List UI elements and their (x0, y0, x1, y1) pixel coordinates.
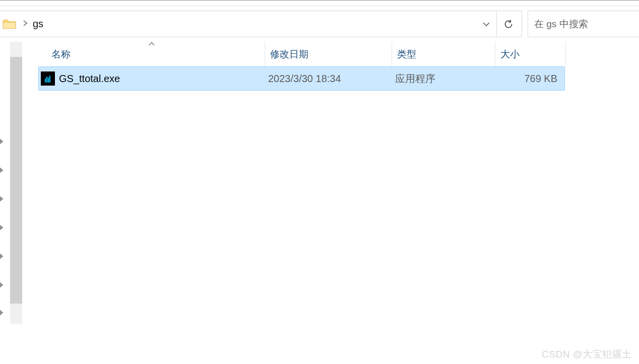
chevron-right-icon[interactable] (0, 137, 5, 148)
search-placeholder: 在 gs 中搜索 (534, 18, 588, 31)
main-area: 名称 修改日期 类型 大小 (0, 42, 639, 354)
svg-rect-0 (45, 79, 46, 83)
column-header-label: 名称 (51, 48, 71, 61)
breadcrumb-dropdown-button[interactable] (477, 11, 495, 37)
chevron-right-icon[interactable] (0, 252, 5, 262)
nav-scrollbar[interactable] (10, 42, 22, 324)
nav-scrollbar-thumb[interactable] (10, 57, 22, 304)
file-size: 769 KB (499, 73, 561, 85)
column-header-name[interactable]: 名称 (38, 42, 265, 66)
chevron-right-icon[interactable] (0, 281, 5, 291)
search-input[interactable]: 在 gs 中搜索 (528, 11, 639, 37)
column-headers: 名称 修改日期 类型 大小 (38, 42, 639, 66)
svg-rect-3 (49, 76, 50, 83)
file-row[interactable]: GS_ttotal.exe 2023/3/30 18:34 应用程序 769 K… (38, 66, 565, 91)
file-type: 应用程序 (395, 72, 499, 86)
chevron-right-icon[interactable] (0, 166, 5, 176)
sort-ascending-icon (149, 41, 155, 47)
chevron-right-icon[interactable] (0, 309, 5, 319)
column-header-label: 修改日期 (270, 48, 308, 61)
column-header-type[interactable]: 类型 (392, 42, 495, 66)
svg-rect-1 (46, 77, 47, 83)
file-name: GS_ttotal.exe (59, 73, 268, 85)
address-bar: gs 在 gs 中搜索 (0, 6, 639, 42)
exe-icon (41, 71, 55, 86)
svg-rect-2 (48, 78, 49, 83)
column-header-label: 大小 (500, 48, 520, 61)
column-header-size[interactable]: 大小 (495, 42, 566, 66)
column-header-date[interactable]: 修改日期 (265, 42, 392, 66)
refresh-button[interactable] (496, 11, 520, 37)
file-date: 2023/3/30 18:34 (268, 73, 395, 85)
column-header-label: 类型 (397, 48, 416, 61)
breadcrumb[interactable]: gs (0, 11, 522, 37)
breadcrumb-current[interactable]: gs (33, 18, 43, 30)
chevron-right-icon[interactable] (0, 195, 5, 205)
chevron-right-icon[interactable] (0, 224, 5, 234)
ribbon-border (0, 0, 639, 6)
file-list: 名称 修改日期 类型 大小 (22, 42, 639, 354)
watermark: CSDN @大宝犯疆土 (542, 348, 632, 361)
folder-icon (3, 18, 16, 30)
chevron-right-icon (23, 20, 28, 28)
navigation-pane (0, 42, 22, 354)
